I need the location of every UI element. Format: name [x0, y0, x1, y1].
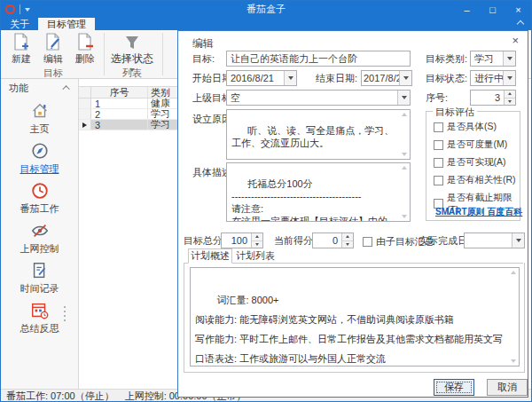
checkbox-specific[interactable]: 是否具体(S) [434, 121, 497, 133]
spinner-buttons[interactable] [504, 91, 515, 105]
sidebar-header-label: 功能 [9, 82, 28, 95]
total-score-spinner[interactable]: 100 [221, 233, 263, 248]
spinner-buttons[interactable] [251, 233, 262, 248]
new-button-label: 新建 [12, 52, 31, 66]
ribbon-tabstrip: 关于 目标管理 [1, 18, 531, 30]
end-date-combo[interactable]: 2017/8/21 [361, 70, 412, 86]
ribbon-group-separator2 [162, 33, 163, 75]
delete-document-icon [75, 32, 95, 51]
ribbon-group-goal-label: 目标 [4, 67, 102, 80]
maximize-button[interactable]: □ [480, 1, 505, 18]
sidebar-item-goal-management[interactable]: 目标管理 [1, 139, 78, 177]
sidebar-item-label: 时间记录 [20, 282, 59, 296]
new-button[interactable]: 新建 [6, 32, 36, 67]
dropdown-arrow-icon[interactable] [284, 71, 296, 85]
scroll-up-icon[interactable] [511, 271, 516, 274]
app-window: 番茄盒子 – □ × 关于 目标管理 新建 [0, 0, 532, 402]
column-header-seq[interactable]: 序号 [91, 87, 148, 98]
delete-button[interactable]: 删除 [70, 32, 100, 67]
parent-goal-combo[interactable]: 空 [226, 90, 411, 106]
checkbox-icon [363, 237, 372, 247]
edit-button-label: 编辑 [43, 52, 63, 66]
scroll-down-icon[interactable] [402, 153, 407, 156]
note-pencil-icon [30, 261, 50, 280]
sidebar-item-internet-control[interactable]: 上网控制 [1, 219, 78, 256]
quick-access-dropdown-icon[interactable] [25, 8, 30, 12]
dropdown-arrow-icon[interactable] [399, 71, 411, 85]
checkbox-icon [434, 122, 443, 132]
sidebar-item-summary-reflection[interactable]: 总结反思 [1, 299, 78, 336]
window-title: 番茄盒子 [1, 3, 531, 16]
ribbon-group-separator [104, 33, 105, 75]
collapse-chevron-icon [62, 85, 69, 92]
sidebar-item-home[interactable]: 主页 [1, 99, 78, 137]
sidebar-item-label: 番茄工作 [20, 202, 59, 216]
tab-goal-management[interactable]: 目标管理 [38, 18, 95, 30]
checkbox-icon [434, 176, 443, 185]
save-button[interactable]: 保存 [434, 379, 474, 396]
plan-overview-textarea[interactable]: 词汇量: 8000+ 阅读能力: 能无障碍浏览英文网站，不借助词典阅读原版书籍 … [190, 267, 520, 367]
description-textarea[interactable]: 托福总分100分 -------------------------------… [226, 162, 411, 222]
category-combo[interactable]: 学习 [470, 51, 516, 67]
scroll-up-icon[interactable] [402, 166, 407, 169]
start-date-combo[interactable]: 2016/8/21 [226, 70, 297, 86]
smart-principle-link[interactable]: SMART原则 百度百科 [435, 206, 522, 218]
ribbon-collapse-button[interactable] [518, 21, 524, 28]
checkbox-icon [434, 140, 443, 150]
goal-table: 序号 类别 1 健康 2 学习 3 学习 [79, 86, 178, 130]
scroll-up-icon[interactable] [402, 113, 407, 116]
quick-access-separator [20, 4, 20, 14]
selected-row-arrow-icon [82, 122, 87, 128]
sidebar-item-pomodoro-work[interactable]: 番茄工作 [1, 179, 78, 217]
checkbox-relevant[interactable]: 是否有相关性(R) [434, 174, 516, 186]
close-button[interactable]: × [505, 1, 531, 18]
new-document-icon [12, 32, 31, 51]
dropdown-arrow-icon[interactable] [503, 71, 515, 85]
dropdown-arrow-icon[interactable] [503, 51, 515, 66]
dropdown-arrow-icon[interactable] [397, 91, 410, 105]
ribbon-group-list-label: 列表 [106, 67, 159, 80]
sidebar-item-time-record[interactable]: 时间记录 [1, 259, 78, 296]
edit-panel-title: 编辑 [192, 36, 214, 51]
seq-spinner[interactable]: 3 [470, 90, 516, 106]
current-score-spinner[interactable]: 0 [312, 233, 354, 248]
sidebar-header[interactable]: 功能 [1, 79, 78, 97]
sidebar-splitter-grip[interactable] [64, 306, 66, 321]
row-indicator-header [79, 87, 91, 98]
total-score-label: 目标总分: [184, 233, 225, 248]
checkbox-achievable[interactable]: 是否可实现(A) [434, 156, 506, 169]
table-row-selected[interactable]: 3 学习 [79, 120, 178, 130]
cell-category: 学习 [148, 120, 178, 130]
row-indicator [79, 99, 91, 108]
status-pomodoro: 番茄工作: 07:00（停止） [6, 390, 114, 402]
checkbox-measurable[interactable]: 是否可度量(M) [434, 138, 507, 151]
goal-input[interactable]: 让自己的英语能力上一个台阶 [226, 51, 411, 67]
dropdown-arrow-icon[interactable] [512, 233, 524, 248]
sidebar-item-label: 总结反思 [20, 322, 59, 335]
edit-document-icon [43, 32, 63, 51]
home-icon [30, 101, 50, 121]
sidebar-item-label: 目标管理 [20, 162, 59, 176]
edit-panel: 编辑 × 目标: 让自己的英语能力上一个台阶 目标类别: 学习 开始日期: 20… [177, 30, 528, 398]
sidebar: 功能 主页 目标管理 番茄工作 [1, 79, 79, 389]
minimize-button[interactable]: – [454, 1, 480, 18]
panel-close-icon[interactable]: × [512, 35, 519, 46]
chevron-up-icon [517, 20, 524, 28]
cell-seq: 1 [91, 99, 148, 108]
filter-icon [123, 34, 141, 51]
tab-plan-overview[interactable]: 计划概述 [188, 248, 232, 264]
tab-plan-list[interactable]: 计划列表 [234, 248, 277, 264]
row-indicator [79, 120, 91, 130]
edit-button[interactable]: 编辑 [38, 32, 68, 67]
scroll-down-icon[interactable] [511, 359, 516, 363]
tab-about[interactable]: 关于 [1, 18, 38, 30]
cancel-button[interactable]: 取消 [487, 379, 528, 396]
status-combo[interactable]: 进行中 [470, 70, 516, 86]
compass-icon [30, 141, 50, 161]
finish-date-combo[interactable] [464, 233, 525, 248]
reason-textarea[interactable]: 听、说、读、写全是痛点，学习、工作、交流亚历山大。 [226, 109, 411, 160]
spinner-buttons[interactable] [341, 233, 353, 248]
tomato-app-icon [5, 4, 15, 14]
scroll-down-icon[interactable] [402, 215, 407, 218]
clock-icon [30, 181, 50, 201]
